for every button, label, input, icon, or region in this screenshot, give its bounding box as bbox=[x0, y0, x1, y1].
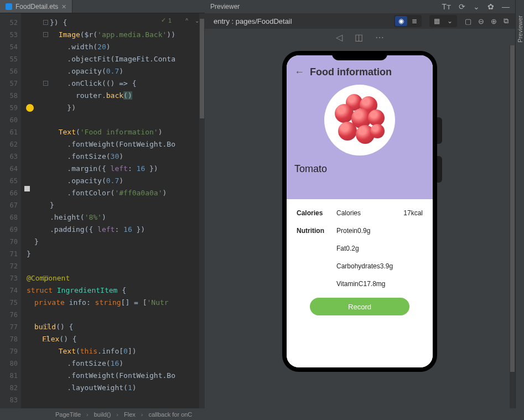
line-number[interactable]: 69 bbox=[0, 224, 18, 236]
screenshot-icon[interactable]: ⧉ bbox=[504, 17, 509, 25]
minimize-icon[interactable]: — bbox=[502, 2, 510, 11]
line-number[interactable]: 68 bbox=[0, 211, 18, 224]
calories-name: Calories bbox=[336, 209, 390, 217]
editor-tab-fooddetail[interactable]: FoodDetail.ets × bbox=[0, 0, 72, 13]
refresh-icon[interactable]: ⟳ bbox=[459, 2, 465, 11]
text-size-icon[interactable]: Tᴛ bbox=[442, 2, 451, 11]
nutrient-name: VitaminC bbox=[336, 280, 363, 288]
line-number[interactable]: 76 bbox=[0, 309, 18, 321]
app-header: ← Food information bbox=[287, 55, 433, 199]
line-number[interactable]: 57 bbox=[0, 77, 18, 90]
calories-row: Calories Calories 17kcal bbox=[297, 209, 423, 217]
previewer-scrollbar[interactable] bbox=[510, 45, 515, 408]
line-number[interactable]: 74 bbox=[0, 284, 18, 297]
line-number[interactable]: 55 bbox=[0, 53, 18, 65]
nutrition-row: VitaminC17.8mg bbox=[297, 280, 423, 288]
breadcrumb-item[interactable]: PageTitle bbox=[55, 411, 81, 418]
breadcrumb-item[interactable]: Flex bbox=[124, 411, 136, 418]
nutrient-name: Protein bbox=[336, 227, 357, 235]
breadcrumb-item[interactable]: build() bbox=[94, 411, 111, 418]
nutrient-name: Fat bbox=[336, 245, 346, 252]
line-number[interactable]: 75 bbox=[0, 297, 18, 309]
editor-scrollbar[interactable] bbox=[199, 13, 205, 408]
breadcrumb-item[interactable]: callback for onC bbox=[148, 411, 192, 418]
line-number[interactable]: 65 bbox=[0, 175, 18, 187]
line-number[interactable]: 59 bbox=[0, 102, 18, 114]
gear-icon[interactable]: ✿ bbox=[487, 2, 494, 11]
eye-icon[interactable]: ◉ bbox=[395, 16, 407, 26]
more-icon[interactable]: ⋯ bbox=[375, 32, 384, 43]
line-number[interactable]: 56 bbox=[0, 65, 18, 77]
breadcrumb[interactable]: PageTitlebuild()Flexcallback for onC bbox=[0, 408, 524, 420]
scrollbar-thumb[interactable] bbox=[510, 45, 515, 372]
line-number[interactable]: 72 bbox=[0, 260, 18, 272]
tab-filename: FoodDetail.ets bbox=[15, 3, 58, 11]
line-number[interactable]: 53 bbox=[0, 29, 18, 41]
previewer-titlebar: Previewer Tᴛ ⟳ ⌄ ✿ — bbox=[205, 0, 515, 13]
phone-power-icon bbox=[437, 156, 442, 183]
phone-volume-icon bbox=[437, 117, 442, 144]
tag-icon[interactable]: ⌄ bbox=[473, 2, 480, 11]
code-editor[interactable]: }) { Image($r('app.media.Back')) .width(… bbox=[21, 13, 205, 408]
phone-notch bbox=[332, 53, 387, 60]
line-number[interactable]: 78 bbox=[0, 333, 18, 345]
chevron-down-icon[interactable]: ⌄ bbox=[444, 16, 456, 26]
nutrition-panel: Calories Calories 17kcal NutritionProtei… bbox=[287, 199, 433, 367]
line-number[interactable]: 54 bbox=[0, 41, 18, 53]
line-number[interactable]: 80 bbox=[0, 357, 18, 370]
record-button-label: Record bbox=[348, 303, 371, 311]
back-arrow-icon[interactable]: ← bbox=[294, 66, 304, 78]
nutrition-row: Carbohydrates3.9g bbox=[297, 262, 423, 270]
food-image bbox=[324, 85, 395, 155]
grid-icon[interactable]: ▦ bbox=[430, 16, 443, 26]
line-number[interactable]: 73 bbox=[0, 272, 18, 284]
line-number[interactable]: 71 bbox=[0, 248, 18, 260]
previewer-nav-bar: ◁ ◫ ⋯ bbox=[205, 29, 515, 45]
previewer-title: Previewer bbox=[210, 3, 240, 11]
scrollbar-thumb[interactable] bbox=[200, 19, 204, 118]
close-icon[interactable]: × bbox=[61, 3, 66, 11]
calories-value: 17kcal bbox=[390, 209, 423, 217]
nutrient-value: 0.9g bbox=[357, 227, 370, 235]
layout-mode-toggle[interactable]: ▦ ⌄ bbox=[429, 15, 457, 27]
nutrition-row: NutritionProtein0.9g bbox=[297, 227, 423, 235]
line-number[interactable]: 58 bbox=[0, 90, 18, 102]
line-number[interactable]: 52 bbox=[0, 17, 18, 29]
line-number[interactable]: 62 bbox=[0, 138, 18, 151]
line-number[interactable]: 82 bbox=[0, 382, 18, 394]
phone-frame: ← Food information bbox=[282, 51, 437, 372]
calories-section-label: Calories bbox=[297, 209, 336, 217]
line-number[interactable]: 64 bbox=[0, 163, 18, 175]
entry-label: entry : pages/FoodDetail bbox=[214, 17, 292, 25]
food-name: Tomato bbox=[294, 163, 425, 175]
nutrition-section-label: Nutrition bbox=[297, 227, 336, 235]
editor-pane: FoodDetail.ets × 1 ^ ⌄ 52535455565758596… bbox=[0, 0, 205, 408]
right-rail-label[interactable]: Previewer bbox=[517, 15, 523, 43]
zoom-in-icon[interactable]: ⊕ bbox=[491, 17, 497, 25]
editor-tabbar: FoodDetail.ets × bbox=[0, 0, 205, 13]
zoom-out-icon[interactable]: ⊖ bbox=[478, 17, 484, 25]
split-icon[interactable]: ◫ bbox=[355, 32, 363, 43]
back-icon[interactable]: ◁ bbox=[336, 32, 343, 43]
nutrient-name: Carbohydrates bbox=[336, 262, 380, 270]
line-number[interactable]: 63 bbox=[0, 151, 18, 163]
line-number[interactable]: 60 bbox=[0, 114, 18, 126]
line-number[interactable]: 83 bbox=[0, 394, 18, 406]
layers-icon[interactable]: ≣ bbox=[408, 16, 421, 26]
page-title: Food information bbox=[310, 66, 392, 78]
crop-icon[interactable]: ▢ bbox=[465, 17, 471, 25]
line-number[interactable]: 66 bbox=[0, 187, 18, 199]
view-mode-toggle[interactable]: ◉ ≣ bbox=[394, 15, 422, 27]
right-tool-rail[interactable]: Previewer bbox=[515, 0, 524, 408]
line-number[interactable]: 70 bbox=[0, 236, 18, 248]
line-number[interactable]: 67 bbox=[0, 199, 18, 211]
previewer-canvas[interactable]: ← Food information bbox=[205, 45, 515, 408]
nutrient-value: 3.9g bbox=[380, 262, 393, 270]
line-number[interactable]: 81 bbox=[0, 370, 18, 382]
line-number[interactable]: 61 bbox=[0, 126, 18, 138]
line-number[interactable]: 79 bbox=[0, 345, 18, 357]
record-button[interactable]: Record bbox=[310, 298, 409, 315]
nutrition-row: Fat0.2g bbox=[297, 245, 423, 252]
line-number[interactable]: 77 bbox=[0, 321, 18, 333]
line-number-gutter[interactable]: 5253545556575859606162636465666768697071… bbox=[0, 13, 21, 408]
